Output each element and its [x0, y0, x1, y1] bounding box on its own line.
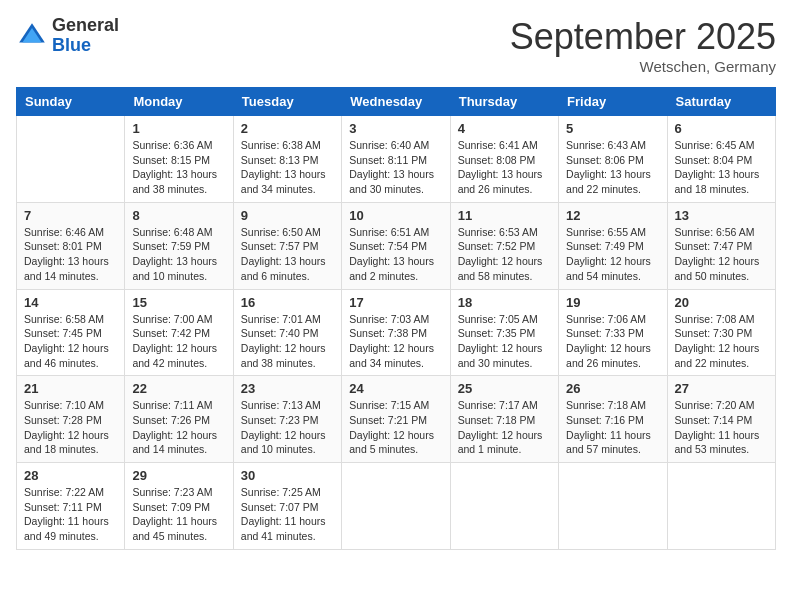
day-cell: 25Sunrise: 7:17 AM Sunset: 7:18 PM Dayli… [450, 376, 558, 463]
day-cell: 2Sunrise: 6:38 AM Sunset: 8:13 PM Daylig… [233, 116, 341, 203]
day-number: 2 [241, 121, 334, 136]
day-info: Sunrise: 7:11 AM Sunset: 7:26 PM Dayligh… [132, 398, 225, 457]
day-cell: 17Sunrise: 7:03 AM Sunset: 7:38 PM Dayli… [342, 289, 450, 376]
day-number: 4 [458, 121, 551, 136]
day-number: 19 [566, 295, 659, 310]
day-cell [559, 463, 667, 550]
calendar-header: SundayMondayTuesdayWednesdayThursdayFrid… [17, 88, 776, 116]
day-cell [342, 463, 450, 550]
day-number: 15 [132, 295, 225, 310]
day-info: Sunrise: 6:40 AM Sunset: 8:11 PM Dayligh… [349, 138, 442, 197]
day-number: 20 [675, 295, 768, 310]
week-row-5: 28Sunrise: 7:22 AM Sunset: 7:11 PM Dayli… [17, 463, 776, 550]
day-cell: 1Sunrise: 6:36 AM Sunset: 8:15 PM Daylig… [125, 116, 233, 203]
day-info: Sunrise: 6:53 AM Sunset: 7:52 PM Dayligh… [458, 225, 551, 284]
day-number: 22 [132, 381, 225, 396]
header-cell-friday: Friday [559, 88, 667, 116]
day-cell: 14Sunrise: 6:58 AM Sunset: 7:45 PM Dayli… [17, 289, 125, 376]
day-info: Sunrise: 7:22 AM Sunset: 7:11 PM Dayligh… [24, 485, 117, 544]
day-number: 10 [349, 208, 442, 223]
week-row-4: 21Sunrise: 7:10 AM Sunset: 7:28 PM Dayli… [17, 376, 776, 463]
day-cell: 4Sunrise: 6:41 AM Sunset: 8:08 PM Daylig… [450, 116, 558, 203]
header-cell-monday: Monday [125, 88, 233, 116]
day-cell: 15Sunrise: 7:00 AM Sunset: 7:42 PM Dayli… [125, 289, 233, 376]
day-info: Sunrise: 7:25 AM Sunset: 7:07 PM Dayligh… [241, 485, 334, 544]
day-cell: 18Sunrise: 7:05 AM Sunset: 7:35 PM Dayli… [450, 289, 558, 376]
day-cell: 19Sunrise: 7:06 AM Sunset: 7:33 PM Dayli… [559, 289, 667, 376]
day-cell: 22Sunrise: 7:11 AM Sunset: 7:26 PM Dayli… [125, 376, 233, 463]
day-info: Sunrise: 6:58 AM Sunset: 7:45 PM Dayligh… [24, 312, 117, 371]
day-number: 8 [132, 208, 225, 223]
day-number: 7 [24, 208, 117, 223]
day-number: 26 [566, 381, 659, 396]
day-number: 28 [24, 468, 117, 483]
day-cell: 23Sunrise: 7:13 AM Sunset: 7:23 PM Dayli… [233, 376, 341, 463]
day-info: Sunrise: 7:13 AM Sunset: 7:23 PM Dayligh… [241, 398, 334, 457]
day-info: Sunrise: 6:41 AM Sunset: 8:08 PM Dayligh… [458, 138, 551, 197]
day-cell: 27Sunrise: 7:20 AM Sunset: 7:14 PM Dayli… [667, 376, 775, 463]
logo: General Blue [16, 16, 119, 56]
location: Wetschen, Germany [510, 58, 776, 75]
logo-text: General Blue [52, 16, 119, 56]
day-cell: 11Sunrise: 6:53 AM Sunset: 7:52 PM Dayli… [450, 202, 558, 289]
day-cell: 5Sunrise: 6:43 AM Sunset: 8:06 PM Daylig… [559, 116, 667, 203]
day-cell: 9Sunrise: 6:50 AM Sunset: 7:57 PM Daylig… [233, 202, 341, 289]
day-info: Sunrise: 7:15 AM Sunset: 7:21 PM Dayligh… [349, 398, 442, 457]
day-number: 3 [349, 121, 442, 136]
day-number: 30 [241, 468, 334, 483]
day-info: Sunrise: 7:18 AM Sunset: 7:16 PM Dayligh… [566, 398, 659, 457]
header-cell-thursday: Thursday [450, 88, 558, 116]
day-number: 17 [349, 295, 442, 310]
logo-general: General [52, 16, 119, 36]
header-cell-wednesday: Wednesday [342, 88, 450, 116]
day-cell: 8Sunrise: 6:48 AM Sunset: 7:59 PM Daylig… [125, 202, 233, 289]
day-number: 13 [675, 208, 768, 223]
day-number: 1 [132, 121, 225, 136]
header-row: SundayMondayTuesdayWednesdayThursdayFrid… [17, 88, 776, 116]
day-cell: 7Sunrise: 6:46 AM Sunset: 8:01 PM Daylig… [17, 202, 125, 289]
day-cell: 12Sunrise: 6:55 AM Sunset: 7:49 PM Dayli… [559, 202, 667, 289]
day-cell: 21Sunrise: 7:10 AM Sunset: 7:28 PM Dayli… [17, 376, 125, 463]
day-info: Sunrise: 7:20 AM Sunset: 7:14 PM Dayligh… [675, 398, 768, 457]
day-number: 14 [24, 295, 117, 310]
day-cell: 30Sunrise: 7:25 AM Sunset: 7:07 PM Dayli… [233, 463, 341, 550]
day-info: Sunrise: 7:08 AM Sunset: 7:30 PM Dayligh… [675, 312, 768, 371]
day-info: Sunrise: 6:48 AM Sunset: 7:59 PM Dayligh… [132, 225, 225, 284]
week-row-1: 1Sunrise: 6:36 AM Sunset: 8:15 PM Daylig… [17, 116, 776, 203]
day-info: Sunrise: 7:05 AM Sunset: 7:35 PM Dayligh… [458, 312, 551, 371]
day-info: Sunrise: 7:00 AM Sunset: 7:42 PM Dayligh… [132, 312, 225, 371]
day-number: 24 [349, 381, 442, 396]
header-cell-saturday: Saturday [667, 88, 775, 116]
day-number: 11 [458, 208, 551, 223]
day-number: 5 [566, 121, 659, 136]
day-number: 6 [675, 121, 768, 136]
week-row-3: 14Sunrise: 6:58 AM Sunset: 7:45 PM Dayli… [17, 289, 776, 376]
day-cell: 3Sunrise: 6:40 AM Sunset: 8:11 PM Daylig… [342, 116, 450, 203]
day-info: Sunrise: 6:38 AM Sunset: 8:13 PM Dayligh… [241, 138, 334, 197]
day-info: Sunrise: 6:56 AM Sunset: 7:47 PM Dayligh… [675, 225, 768, 284]
calendar-body: 1Sunrise: 6:36 AM Sunset: 8:15 PM Daylig… [17, 116, 776, 550]
day-cell [667, 463, 775, 550]
day-number: 27 [675, 381, 768, 396]
day-cell [450, 463, 558, 550]
day-info: Sunrise: 6:36 AM Sunset: 8:15 PM Dayligh… [132, 138, 225, 197]
day-cell: 29Sunrise: 7:23 AM Sunset: 7:09 PM Dayli… [125, 463, 233, 550]
day-cell: 16Sunrise: 7:01 AM Sunset: 7:40 PM Dayli… [233, 289, 341, 376]
title-block: September 2025 Wetschen, Germany [510, 16, 776, 75]
day-info: Sunrise: 6:46 AM Sunset: 8:01 PM Dayligh… [24, 225, 117, 284]
calendar: SundayMondayTuesdayWednesdayThursdayFrid… [16, 87, 776, 550]
day-info: Sunrise: 7:03 AM Sunset: 7:38 PM Dayligh… [349, 312, 442, 371]
day-number: 9 [241, 208, 334, 223]
day-cell: 20Sunrise: 7:08 AM Sunset: 7:30 PM Dayli… [667, 289, 775, 376]
day-info: Sunrise: 7:10 AM Sunset: 7:28 PM Dayligh… [24, 398, 117, 457]
day-info: Sunrise: 7:17 AM Sunset: 7:18 PM Dayligh… [458, 398, 551, 457]
day-cell: 13Sunrise: 6:56 AM Sunset: 7:47 PM Dayli… [667, 202, 775, 289]
day-info: Sunrise: 6:50 AM Sunset: 7:57 PM Dayligh… [241, 225, 334, 284]
day-number: 16 [241, 295, 334, 310]
day-number: 18 [458, 295, 551, 310]
day-cell: 28Sunrise: 7:22 AM Sunset: 7:11 PM Dayli… [17, 463, 125, 550]
day-cell: 10Sunrise: 6:51 AM Sunset: 7:54 PM Dayli… [342, 202, 450, 289]
day-info: Sunrise: 6:43 AM Sunset: 8:06 PM Dayligh… [566, 138, 659, 197]
month-title: September 2025 [510, 16, 776, 58]
week-row-2: 7Sunrise: 6:46 AM Sunset: 8:01 PM Daylig… [17, 202, 776, 289]
